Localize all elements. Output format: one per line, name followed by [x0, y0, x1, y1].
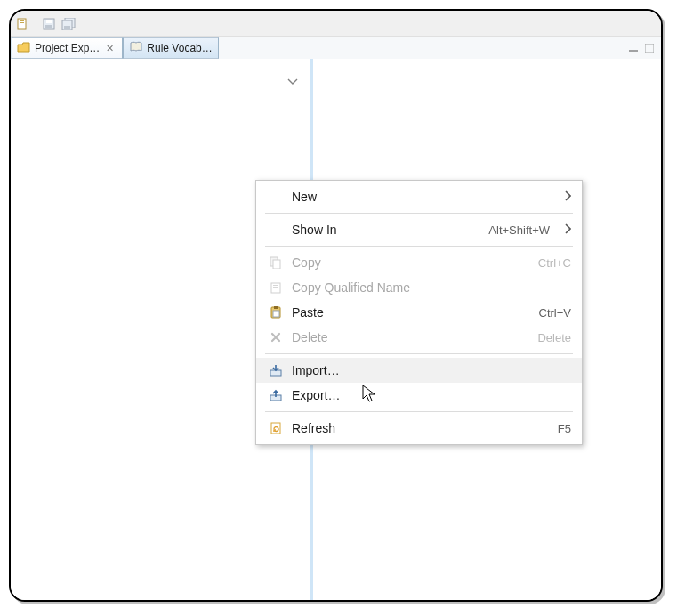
- menu-import[interactable]: Import…: [256, 358, 582, 383]
- save-icon[interactable]: [42, 18, 56, 30]
- close-icon[interactable]: ✕: [103, 43, 117, 54]
- menu-separator: [265, 246, 573, 247]
- submenu-chevron-icon: [564, 223, 571, 237]
- menu-separator: [265, 353, 573, 354]
- menu-copy-label: Copy: [292, 255, 529, 270]
- menu-copy-shortcut: Ctrl+C: [538, 256, 571, 270]
- svg-rect-8: [64, 26, 70, 29]
- svg-rect-14: [273, 285, 278, 286]
- svg-rect-0: [18, 19, 26, 29]
- save-all-icon[interactable]: [61, 18, 77, 30]
- menu-delete-shortcut: Delete: [537, 331, 571, 344]
- menu-new-label: New: [292, 190, 555, 204]
- delete-icon: [269, 331, 283, 344]
- menu-paste-shortcut: Ctrl+V: [539, 306, 571, 320]
- menu-copy: Copy Ctrl+C: [256, 250, 582, 275]
- svg-rect-15: [273, 287, 278, 288]
- svg-rect-12: [273, 260, 280, 269]
- top-toolbar: [11, 11, 661, 37]
- rule-vocab-tab-label: Rule Vocab…: [147, 42, 212, 54]
- context-menu: New Show In Alt+Shift+W Copy Ctrl+C: [255, 180, 583, 445]
- svg-rect-13: [271, 283, 280, 293]
- svg-rect-18: [273, 311, 279, 317]
- project-explorer-tab[interactable]: Project Exp… ✕: [11, 37, 123, 59]
- menu-paste[interactable]: Paste Ctrl+V: [256, 300, 582, 325]
- toolbar-separator: [36, 16, 36, 32]
- svg-rect-4: [45, 25, 52, 28]
- svg-rect-9: [629, 50, 638, 52]
- menu-new[interactable]: New: [256, 184, 582, 209]
- svg-rect-1: [20, 20, 24, 21]
- import-icon: [269, 364, 283, 377]
- rule-vocab-tab[interactable]: Rule Vocab…: [123, 37, 218, 59]
- svg-rect-17: [274, 306, 278, 309]
- tab-row: Project Exp… ✕ Rule Vocab…: [11, 37, 661, 59]
- window-frame: Project Exp… ✕ Rule Vocab…: [9, 9, 663, 602]
- menu-delete-label: Delete: [292, 330, 528, 344]
- menu-copy-qualified-label: Copy Qualified Name: [292, 280, 571, 295]
- refresh-icon: [269, 422, 283, 434]
- book-icon: [129, 41, 143, 56]
- new-file-icon[interactable]: [16, 18, 30, 30]
- export-icon: [269, 389, 283, 401]
- svg-rect-10: [645, 44, 654, 53]
- menu-export-label: Export…: [292, 388, 571, 402]
- svg-rect-5: [46, 20, 52, 23]
- copy-qualified-icon: [269, 281, 283, 294]
- menu-separator: [265, 213, 573, 214]
- svg-rect-2: [20, 22, 24, 23]
- menu-refresh-label: Refresh: [292, 421, 549, 435]
- menu-refresh-shortcut: F5: [558, 422, 571, 435]
- menu-show-in-label: Show In: [292, 223, 480, 237]
- folder-icon: [17, 41, 31, 56]
- maximize-view-icon[interactable]: [645, 44, 654, 53]
- menu-separator: [265, 411, 573, 412]
- copy-icon: [269, 256, 283, 269]
- menu-show-in-shortcut: Alt+Shift+W: [488, 223, 550, 237]
- minimize-view-icon[interactable]: [629, 44, 638, 53]
- menu-delete: Delete Delete: [256, 325, 582, 350]
- menu-refresh[interactable]: Refresh F5: [256, 416, 582, 441]
- submenu-chevron-icon: [564, 190, 571, 204]
- view-menu-chevron-icon[interactable]: [287, 75, 298, 88]
- menu-export[interactable]: Export…: [256, 383, 582, 408]
- menu-copy-qualified: Copy Qualified Name: [256, 275, 582, 300]
- project-explorer-tab-label: Project Exp…: [35, 42, 100, 54]
- menu-show-in[interactable]: Show In Alt+Shift+W: [256, 217, 582, 242]
- menu-paste-label: Paste: [292, 305, 530, 320]
- menu-import-label: Import…: [292, 363, 571, 377]
- paste-icon: [269, 306, 283, 319]
